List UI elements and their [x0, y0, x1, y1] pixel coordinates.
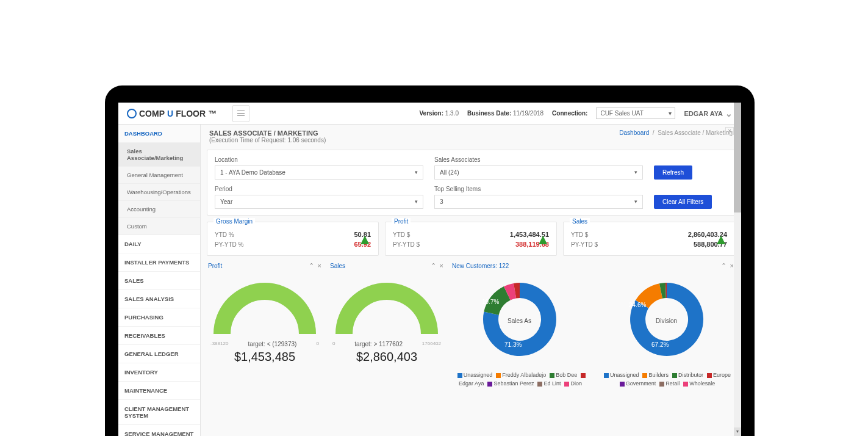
globe-icon: [127, 109, 137, 118]
new-customers-panel: New Customers: 122 ⌃×: [451, 262, 735, 388]
sidebar-item-sales[interactable]: SALES: [118, 272, 200, 290]
sales-associates-select[interactable]: All (24): [434, 165, 643, 180]
kpi-row: Gross Margin YTD %50.81 PY-YTD %65.92 ▲ …: [207, 222, 735, 256]
kpi-profit: Profit YTD $1,453,484.51 PY-YTD $388,119…: [385, 222, 557, 256]
topselling-label: Top Selling Items: [434, 186, 643, 192]
kpi-gm-py-label: PY-YTD %: [215, 241, 243, 248]
collapse-icon[interactable]: ⌃: [431, 262, 436, 270]
version-value: 1.3.0: [445, 110, 459, 117]
kpi-gross-margin: Gross Margin YTD %50.81 PY-YTD %65.92 ▲: [207, 222, 379, 256]
sidebar-item-client-mgmt[interactable]: CLIENT MANAGEMENT SYSTEM: [118, 400, 200, 425]
profit-gauge-max: 0: [317, 341, 319, 347]
sidebar-sub-custom[interactable]: Custom: [118, 218, 200, 235]
sidebar-sub-warehousing[interactable]: Warehousing/Operations: [118, 184, 200, 201]
donut-sales-as-label: Sales As: [508, 317, 531, 324]
sales-gauge-target: target: > 1177602: [335, 341, 421, 347]
username-label: EDGAR AYA: [684, 110, 723, 117]
kpi-gm-title: Gross Margin: [213, 218, 255, 225]
trend-up-icon: ▲: [714, 231, 728, 248]
brand-part1: COMP: [139, 109, 165, 118]
user-menu[interactable]: EDGAR AYA⌄: [684, 109, 733, 118]
sales-gauge-max: 1766402: [422, 341, 441, 347]
brand-part2: U: [167, 109, 173, 118]
sidebar-sub-sales-associate[interactable]: Sales Associate/Marketing: [118, 143, 200, 167]
chevron-down-icon: ⌄: [725, 109, 733, 118]
page-title: SALES ASSOCIATE / MARKETING: [209, 129, 326, 137]
sidebar-item-dashboard[interactable]: DASHBOARD: [118, 125, 200, 143]
sidebar-item-purchasing[interactable]: PURCHASING: [118, 308, 200, 327]
scrollbar-thumb[interactable]: [734, 103, 741, 213]
kpi-sales-py-label: PY-YTD $: [571, 241, 598, 248]
sidebar-sub-general-management[interactable]: General Management: [118, 167, 200, 184]
breadcrumb-dashboard[interactable]: Dashboard: [619, 129, 649, 136]
brand-logo: COMPUFLOOR™: [123, 109, 220, 118]
donut-sales-as: 71.3% 19.7% Sales As: [465, 274, 575, 367]
collapse-icon[interactable]: ⌃: [721, 262, 726, 270]
sidebar-sub-accounting[interactable]: Accounting: [118, 201, 200, 218]
page-subtitle: (Execution Time of Request: 1.06 seconds…: [209, 137, 326, 144]
brand-tm: ™: [208, 109, 217, 118]
filters-panel: Location 1 - AYA Demo Database Sales Ass…: [207, 150, 735, 216]
sidebar-item-sales-analysis[interactable]: SALES ANALYSIS: [118, 290, 200, 308]
close-icon[interactable]: ×: [440, 262, 443, 270]
profit-gauge-panel: Profit ⌃× -388120 target: < (129373) 0 $…: [207, 262, 323, 388]
vertical-scrollbar[interactable]: ▴ ▾: [734, 103, 741, 436]
legend-division: UnassignedBuildersDistributorEuropeGover…: [596, 371, 735, 388]
breadcrumb-current: Sales Associate / Marketing: [658, 129, 733, 136]
conn-label: Connection:: [552, 110, 587, 117]
kpi-sales-title: Sales: [570, 218, 590, 225]
newcust-title: New Customers: 122: [452, 263, 509, 269]
svg-text:24.6%: 24.6%: [629, 302, 646, 308]
refresh-button[interactable]: Refresh: [654, 165, 692, 180]
svg-text:67.2%: 67.2%: [651, 341, 669, 348]
legend-sales-as: UnassignedFreddy AlbaladejoBob DeeEdgar …: [451, 371, 590, 388]
kpi-profit-ytd-label: YTD $: [393, 231, 410, 238]
sales-gauge-value: $2,860,403: [329, 350, 445, 364]
location-select[interactable]: 1 - AYA Demo Database: [215, 165, 423, 180]
kpi-profit-py-label: PY-YTD $: [393, 241, 420, 248]
sidebar-item-service-mgmt[interactable]: SERVICE MANAGEMENT SYSTEM: [118, 425, 200, 436]
sales-associates-label: Sales Associates: [434, 156, 643, 163]
collapse-icon[interactable]: ⌃: [309, 262, 314, 270]
bdate-label: Business Date:: [467, 110, 511, 117]
location-label: Location: [215, 156, 423, 163]
bdate-value: 11/19/2018: [513, 110, 543, 117]
app-topbar: COMPUFLOOR™ Version: 1.3.0 Business Date…: [118, 103, 741, 125]
kpi-sales-ytd-label: YTD $: [571, 231, 588, 238]
trend-up-icon: ▲: [357, 231, 372, 248]
brand-part3: FLOOR: [176, 109, 206, 118]
trend-up-icon: ▲: [536, 231, 550, 248]
sales-chart-title: Sales: [330, 263, 345, 269]
sidebar-nav: DASHBOARD Sales Associate/Marketing Gene…: [118, 125, 201, 436]
top-info: Version: 1.3.0 Business Date: 11/19/2018…: [420, 107, 733, 119]
sidebar-item-installer-payments[interactable]: INSTALLER PAYMENTS: [118, 253, 200, 272]
sidebar-item-general-ledger[interactable]: GENERAL LEDGER: [118, 345, 200, 363]
period-select[interactable]: Year: [215, 195, 423, 209]
topselling-select[interactable]: 3: [434, 195, 643, 209]
connection-select[interactable]: CUF Sales UAT: [596, 107, 675, 119]
close-icon[interactable]: ×: [318, 262, 321, 270]
profit-chart-title: Profit: [208, 263, 222, 269]
kpi-profit-title: Profit: [392, 218, 411, 225]
sidebar-item-inventory[interactable]: INVENTORY: [118, 363, 200, 382]
profit-gauge-value: $1,453,485: [207, 350, 323, 364]
sidebar-item-daily[interactable]: DAILY: [118, 235, 200, 253]
clear-filters-button[interactable]: Clear All Filters: [654, 195, 712, 209]
main-content: × SALES ASSOCIATE / MARKETING (Execution…: [201, 125, 741, 436]
profit-gauge-chart: [210, 276, 320, 337]
donut-division-label: Division: [656, 317, 677, 324]
profit-gauge-min: -388120: [210, 341, 228, 347]
profit-gauge-target: target: < (129373): [228, 341, 316, 347]
sales-gauge-chart: [332, 276, 442, 337]
version-label: Version:: [420, 110, 443, 117]
kpi-sales: Sales YTD $2,860,403.24 PY-YTD $588,800.…: [563, 222, 735, 256]
menu-toggle-button[interactable]: [232, 105, 249, 122]
close-panel-button[interactable]: ×: [725, 127, 734, 135]
svg-text:19.7%: 19.7%: [482, 299, 499, 305]
sidebar-item-maintenance[interactable]: MAINTENANCE: [118, 382, 200, 400]
svg-text:71.3%: 71.3%: [504, 341, 522, 348]
sidebar-item-receivables[interactable]: RECEIVABLES: [118, 327, 200, 345]
scroll-down-icon[interactable]: ▾: [734, 427, 741, 436]
breadcrumb: Dashboard / Sales Associate / Marketing: [619, 129, 733, 136]
sales-gauge-panel: Sales ⌃× 0 target: > 1177602 1766402 $2,…: [329, 262, 445, 388]
